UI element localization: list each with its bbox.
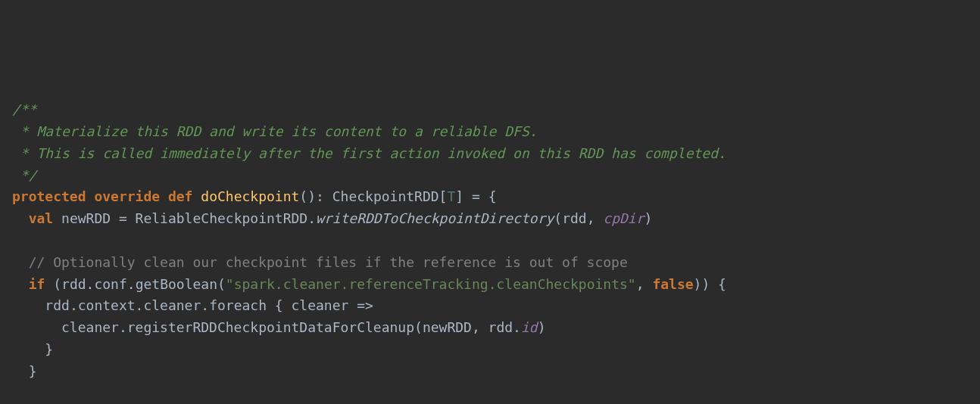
- property: id: [521, 319, 538, 335]
- space: [192, 188, 201, 204]
- code-line: val newRDD = ReliableCheckpointRDD.write…: [12, 208, 968, 230]
- dot: .: [119, 319, 127, 335]
- code-editor[interactable]: /** * Materialize this RDD and write its…: [12, 99, 968, 404]
- identifier: context: [78, 297, 136, 313]
- method-call: foreach: [209, 297, 267, 313]
- space: [53, 210, 61, 226]
- type-name: CheckpointRDD: [332, 188, 439, 204]
- space: [324, 188, 332, 204]
- comma: ,: [636, 276, 653, 292]
- brace-open: {: [718, 276, 726, 292]
- param: cpDir: [603, 210, 644, 226]
- space: [710, 276, 718, 292]
- dot: .: [201, 297, 209, 313]
- keyword-protected: protected: [12, 188, 86, 204]
- doc-comment-end: */: [12, 167, 37, 183]
- method-call: writeRDDToCheckpointDirectory: [316, 210, 554, 226]
- keyword-def: def: [168, 188, 193, 204]
- paren-open: (: [554, 210, 562, 226]
- space: [86, 188, 95, 204]
- code-line: cleaner.registerRDDCheckpointDataForClea…: [12, 317, 968, 339]
- doc-comment-line: * Materialize this RDD and write its con…: [12, 123, 538, 139]
- paren-open: (: [299, 188, 307, 204]
- identifier: rdd: [61, 276, 86, 292]
- dot: .: [513, 319, 521, 335]
- brace-close: }: [45, 341, 53, 357]
- code-line: if (rdd.conf.getBoolean("spark.cleaner.r…: [12, 274, 968, 296]
- keyword-if: if: [29, 276, 45, 292]
- identifier: conf: [94, 276, 126, 292]
- method-call: getBoolean: [136, 276, 217, 292]
- space: [283, 297, 292, 313]
- doc-comment-start: /**: [12, 101, 37, 117]
- code-line: */: [12, 165, 968, 187]
- code-line: // Optionally clean our checkpoint files…: [12, 252, 968, 274]
- code-line: * Materialize this RDD and write its con…: [12, 121, 968, 143]
- brace-close: }: [29, 363, 37, 379]
- space: [267, 297, 275, 313]
- code-line: protected override def doCheckpoint(): C…: [12, 186, 968, 208]
- bracket-open: [: [439, 188, 448, 204]
- equals: =: [111, 210, 136, 226]
- dot: .: [86, 276, 95, 292]
- double-paren-close: )): [694, 276, 710, 292]
- identifier: newRDD: [61, 210, 111, 226]
- identifier: rdd: [562, 210, 587, 226]
- code-line: rdd.context.cleaner.foreach { cleaner =>: [12, 295, 968, 317]
- string-literal: "spark.cleaner.referenceTracking.cleanCh…: [226, 276, 636, 292]
- comma: ,: [587, 210, 604, 226]
- type-name: ReliableCheckpointRDD: [136, 210, 308, 226]
- brace-open: {: [275, 297, 283, 313]
- keyword-override: override: [94, 188, 160, 204]
- paren-open: (: [414, 319, 423, 335]
- type-param: T: [447, 188, 455, 204]
- identifier: rdd: [488, 319, 513, 335]
- space: [45, 276, 53, 292]
- code-line: }: [12, 339, 968, 361]
- identifier: newRDD: [423, 319, 472, 335]
- code-line: /**: [12, 99, 968, 121]
- paren-close: ): [644, 210, 653, 226]
- lambda-param: cleaner: [292, 297, 349, 313]
- line-comment: // Optionally clean our checkpoint files…: [29, 254, 628, 270]
- dot: .: [127, 276, 136, 292]
- dot: .: [136, 297, 144, 313]
- code-line-empty: [12, 230, 968, 252]
- code-line-empty: [12, 383, 968, 404]
- colon: :: [316, 188, 324, 204]
- paren-open: (: [53, 276, 61, 292]
- bracket-close: ]: [455, 188, 463, 204]
- identifier: rdd: [45, 297, 70, 313]
- doc-comment-line: * This is called immediately after the f…: [12, 145, 726, 161]
- paren-open: (: [217, 276, 226, 292]
- arrow: =>: [348, 297, 373, 313]
- paren-close: ): [307, 188, 316, 204]
- space: [160, 188, 168, 204]
- dot: .: [307, 210, 316, 226]
- identifier: cleaner: [61, 319, 119, 335]
- brace-open: {: [488, 188, 497, 204]
- method-name: doCheckpoint: [201, 188, 299, 204]
- code-line: * This is called immediately after the f…: [12, 143, 968, 165]
- equals: =: [463, 188, 488, 204]
- method-call: registerRDDCheckpointDataForCleanup: [127, 319, 414, 335]
- keyword-false: false: [652, 276, 693, 292]
- identifier: cleaner: [143, 297, 201, 313]
- comma: ,: [472, 319, 488, 335]
- paren-close: ): [538, 319, 546, 335]
- dot: .: [70, 297, 78, 313]
- code-line: }: [12, 361, 968, 383]
- keyword-val: val: [29, 210, 54, 226]
